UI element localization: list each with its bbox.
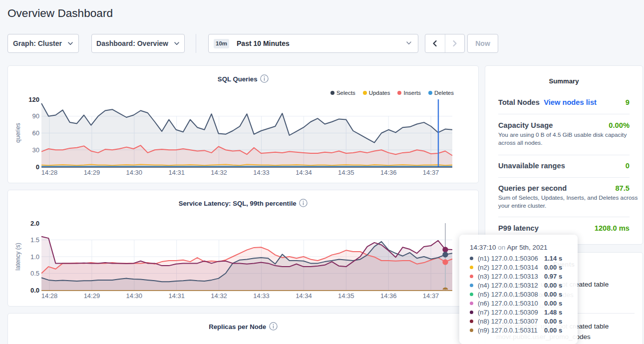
svg-text:14:33: 14:33 [253,169,270,176]
svg-text:14:34: 14:34 [296,292,312,300]
svg-text:latency (s): latency (s) [14,243,21,270]
svg-text:14:35: 14:35 [338,292,354,300]
svg-text:14:34: 14:34 [296,169,312,176]
svg-text:90: 90 [32,112,39,120]
svg-text:14:31: 14:31 [168,292,185,300]
svg-text:14:29: 14:29 [84,292,100,300]
svg-text:14:30: 14:30 [126,292,143,300]
svg-text:queries: queries [14,123,21,142]
svg-text:14:36: 14:36 [380,292,397,300]
svg-text:60: 60 [32,129,39,137]
svg-text:14:28: 14:28 [41,169,58,176]
svg-text:1.0: 1.0 [30,253,39,261]
svg-text:14:35: 14:35 [338,169,354,176]
svg-text:0.0: 0.0 [30,287,39,294]
svg-text:30: 30 [32,146,39,154]
svg-text:14:37: 14:37 [423,169,439,176]
svg-text:14:37: 14:37 [423,292,439,300]
svg-text:14:28: 14:28 [41,292,58,300]
svg-text:14:30: 14:30 [126,169,143,176]
svg-text:2.0: 2.0 [30,220,39,227]
svg-text:14:32: 14:32 [211,169,227,176]
svg-text:0: 0 [36,163,39,171]
svg-text:14:31: 14:31 [168,169,185,176]
svg-text:120: 120 [28,96,39,103]
svg-text:1.5: 1.5 [30,236,39,244]
svg-text:0.5: 0.5 [30,270,39,277]
svg-text:14:29: 14:29 [84,169,100,176]
svg-text:14:36: 14:36 [380,169,397,176]
svg-text:14:33: 14:33 [253,292,270,300]
svg-text:14:32: 14:32 [211,292,227,300]
